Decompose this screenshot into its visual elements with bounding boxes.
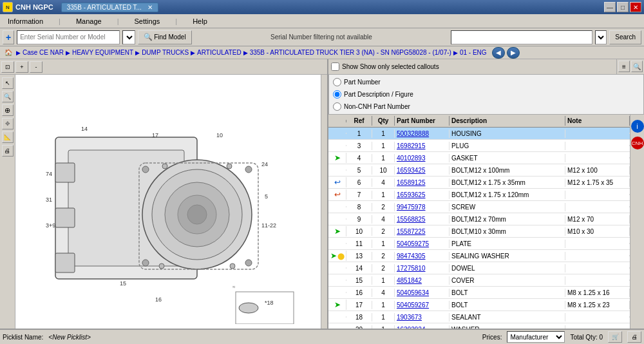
qty-cell: 1 bbox=[372, 325, 395, 329]
next-arrow-button[interactable]: ▶ bbox=[507, 47, 520, 59]
part-number-link[interactable]: 1903673 bbox=[395, 313, 450, 321]
part-number-link[interactable]: 16593625 bbox=[395, 191, 450, 199]
print-status-button[interactable]: 🖨 bbox=[627, 331, 641, 343]
svg-text:15: 15 bbox=[120, 280, 126, 287]
note-cell bbox=[565, 267, 630, 269]
radio-part-description-input[interactable] bbox=[333, 90, 341, 99]
svg-point-6 bbox=[187, 205, 207, 224]
radio-part-number[interactable]: Part Number bbox=[333, 78, 639, 86]
part-number-link[interactable]: 16392924 bbox=[395, 325, 450, 329]
menu-manage[interactable]: Manage bbox=[73, 16, 104, 26]
description-cell: BOLT,M12 x 100mm bbox=[450, 166, 565, 175]
add-tab-button[interactable]: + bbox=[3, 30, 14, 44]
part-number-link[interactable]: 99475978 bbox=[395, 203, 450, 211]
breadcrumb-case-ce-nar[interactable]: Case CE NAR bbox=[23, 49, 64, 56]
radio-part-description[interactable]: Part Description / Figure bbox=[333, 90, 639, 99]
pan-tool[interactable]: ✥ bbox=[2, 118, 14, 129]
menu-sep-3: | bbox=[175, 17, 177, 25]
model-dropdown[interactable]: ▼ bbox=[122, 30, 135, 44]
table-row[interactable]: 9 4 15568825 BOLT,M12 x 70mm M12 x 70 bbox=[328, 213, 630, 225]
table-row[interactable]: ➤⬤ 13 2 98474305 SEALING WASHER bbox=[328, 250, 630, 262]
list-view-button[interactable]: ≡ bbox=[618, 61, 630, 72]
search-button[interactable]: Search bbox=[609, 30, 641, 44]
menu-help[interactable]: Help bbox=[190, 16, 210, 26]
part-number-link[interactable]: 504059275 bbox=[395, 240, 450, 248]
minimize-button[interactable]: — bbox=[604, 2, 616, 12]
search-panel-button[interactable]: 🔍 bbox=[631, 61, 643, 72]
diagram-zoom-in-button[interactable]: + bbox=[15, 61, 28, 73]
magnify-tool[interactable]: ⊕ bbox=[2, 104, 14, 116]
part-number-link[interactable]: 15587225 bbox=[395, 227, 450, 236]
radio-part-number-input[interactable] bbox=[333, 78, 341, 86]
svg-point-15 bbox=[230, 263, 235, 269]
close-button[interactable]: ✕ bbox=[630, 2, 641, 12]
zoom-tool[interactable]: 🔍 bbox=[2, 91, 14, 102]
table-row[interactable]: 14 2 17275810 DOWEL bbox=[328, 262, 630, 274]
table-row[interactable]: 11 1 504059275 PLATE bbox=[328, 238, 630, 250]
table-body[interactable]: 1 1 500328888 HOUSING 3 1 16982915 PLUG … bbox=[328, 128, 630, 329]
measure-tool[interactable]: 📐 bbox=[2, 131, 14, 143]
table-row[interactable]: 15 1 4851842 COVER bbox=[328, 274, 630, 287]
pointer-tool[interactable]: ↖ bbox=[2, 77, 14, 89]
part-number-link[interactable]: 40102893 bbox=[395, 154, 450, 162]
maximize-button[interactable]: □ bbox=[617, 2, 629, 12]
part-number-link[interactable]: 98474305 bbox=[395, 252, 450, 260]
table-row[interactable]: 8 2 99475978 SCREW bbox=[328, 201, 630, 213]
search-type-dropdown[interactable]: ▼ bbox=[595, 30, 607, 44]
svg-rect-18 bbox=[55, 253, 75, 272]
table-row[interactable]: 5 10 16593425 BOLT,M12 x 100mm M12 x 100 bbox=[328, 164, 630, 177]
breadcrumb-articulated[interactable]: ARTICULATED bbox=[197, 49, 242, 56]
parts-container: Ref Qty Part Number Description Note 1 1… bbox=[328, 115, 644, 329]
description-cell: BOLT,M10 x 30mm bbox=[450, 227, 565, 236]
search-input[interactable] bbox=[451, 30, 592, 44]
show-selected-checkbox[interactable] bbox=[331, 62, 339, 71]
breadcrumb-section[interactable]: 01 - ENG bbox=[460, 49, 487, 56]
table-row[interactable]: 18 1 1903673 SEALANT bbox=[328, 311, 630, 323]
part-number-link[interactable]: 16589125 bbox=[395, 178, 450, 187]
print-tool[interactable]: 🖨 bbox=[2, 145, 14, 157]
note-cell bbox=[565, 316, 630, 318]
qty-cell: 2 bbox=[372, 227, 395, 236]
table-row[interactable]: ➤ 17 1 504059267 BOLT M8 x 1.25 x 23 bbox=[328, 299, 630, 311]
prices-select[interactable]: Manufacturer bbox=[507, 331, 565, 343]
menu-information[interactable]: Information bbox=[5, 16, 46, 26]
parts-panel: Show Show only selected callouts ≡ 🔍 Par… bbox=[328, 59, 644, 329]
ref-cell: 15 bbox=[346, 276, 372, 285]
breadcrumb-dump-trucks[interactable]: DUMP TRUCKS bbox=[142, 49, 189, 56]
table-row[interactable]: 3 1 16982915 PLUG bbox=[328, 140, 630, 152]
diagram-fit-button[interactable]: ⊡ bbox=[1, 61, 14, 73]
diagram-scrollbar[interactable] bbox=[321, 75, 327, 329]
diagram-zoom-out-button[interactable]: - bbox=[30, 61, 43, 73]
part-number-link[interactable]: 504059267 bbox=[395, 301, 450, 309]
part-number-link[interactable]: 16593425 bbox=[395, 166, 450, 175]
part-number-link[interactable]: 15568825 bbox=[395, 215, 450, 224]
table-row[interactable]: ↩ 6 4 16589125 BOLT,M12 x 1.75 x 35mm M1… bbox=[328, 177, 630, 189]
prev-arrow-button[interactable]: ◀ bbox=[492, 47, 505, 59]
cnh-logo-icon: CNH bbox=[631, 137, 644, 149]
part-number-link[interactable]: 17275810 bbox=[395, 264, 450, 272]
part-number-link[interactable]: 500328888 bbox=[395, 129, 450, 138]
table-row[interactable]: 16 4 504059634 BOLT M8 x 1.25 x 16 bbox=[328, 287, 630, 299]
serial-number-input[interactable] bbox=[17, 30, 120, 44]
part-number-link[interactable]: 4851842 bbox=[395, 276, 450, 285]
part-number-link[interactable]: 16982915 bbox=[395, 142, 450, 150]
radio-non-cnh[interactable]: Non-CNH Part Number bbox=[333, 102, 639, 111]
cart-button[interactable]: 🛒 bbox=[608, 331, 622, 343]
active-tab[interactable]: 335B - ARTICULATED T... ✕ bbox=[61, 3, 158, 12]
table-row[interactable]: ➤ 10 2 15587225 BOLT,M10 x 30mm M10 x 30 bbox=[328, 225, 630, 238]
menu-settings[interactable]: Settings bbox=[132, 16, 163, 26]
toolbar: + ▼ 🔍 Find Model Serial Number filtering… bbox=[0, 28, 644, 46]
table-row[interactable]: ➤ 4 1 40102893 GASKET bbox=[328, 152, 630, 164]
table-row[interactable]: 1 1 500328888 HOUSING bbox=[328, 128, 630, 140]
table-row[interactable]: ↩ 7 1 16593625 BOLT,M12 x 1.75 x 120mm bbox=[328, 189, 630, 201]
find-model-button[interactable]: 🔍 Find Model bbox=[138, 30, 191, 44]
radio-non-cnh-input[interactable] bbox=[333, 102, 341, 111]
part-number-link[interactable]: 504059634 bbox=[395, 289, 450, 297]
tab-close-icon[interactable]: ✕ bbox=[147, 4, 153, 11]
breadcrumb-heavy-equipment[interactable]: HEAVY EQUIPMENT bbox=[72, 49, 133, 56]
breadcrumb-model[interactable]: 335B - ARTICULATED TRUCK TIER 3 (NA) - S… bbox=[250, 49, 451, 56]
home-icon[interactable]: 🏠 bbox=[3, 47, 14, 59]
table-row[interactable]: 20 1 16392924 WASHER bbox=[328, 323, 630, 329]
gold-coin-icon: ➤ bbox=[330, 251, 337, 260]
info-panel-button[interactable]: i bbox=[631, 120, 644, 133]
